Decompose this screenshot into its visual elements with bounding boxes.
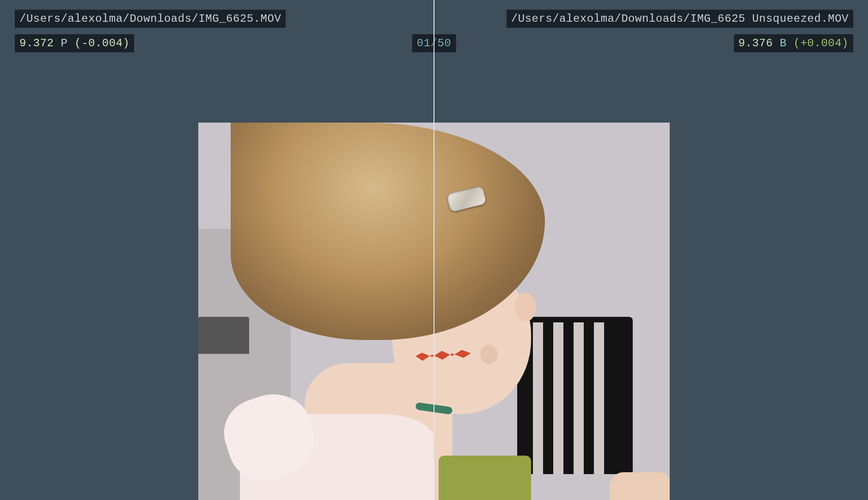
right-frame-type: B [780,37,787,49]
right-time-delta: (+0.004) [794,37,849,49]
frame-foreground-toy [439,456,531,500]
right-time-value: 9.376 [739,37,773,49]
comparison-slider-divider[interactable] [434,0,434,500]
left-time-value: 9.372 [19,37,54,49]
frame-subject-nose [480,345,498,364]
frame-subject-hand [610,472,670,500]
left-frame-type: P [61,37,67,49]
left-source-path: /Users/alexolma/Downloads/IMG_6625.MOV [15,10,286,28]
frame-chair [517,317,633,474]
right-time-metric: 9.376 B (+0.004) [734,34,853,52]
frame-bg-object [198,317,249,354]
left-time-metric: 9.372 P (-0.004) [15,34,134,52]
frame-subject-ear [515,293,536,321]
left-time-delta: (-0.004) [74,37,129,49]
frame-counter-total: 50 [437,37,451,49]
right-source-path: /Users/alexolma/Downloads/IMG_6625 Unsqu… [507,10,853,28]
frame-counter-current: 01 [417,37,431,49]
